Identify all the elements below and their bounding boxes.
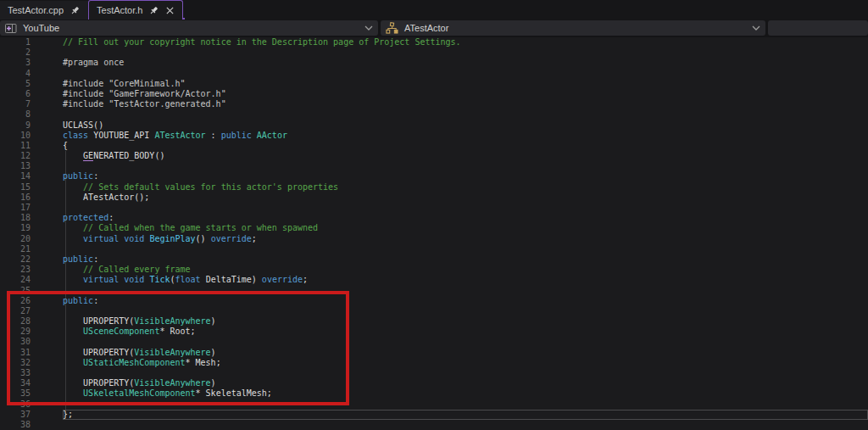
code-line[interactable]: 14public:: [0, 171, 868, 181]
code-line[interactable]: 19 // Called when the game starts or whe…: [0, 223, 868, 233]
code-line[interactable]: 1// Fill out your copyright notice in th…: [0, 37, 868, 47]
line-number[interactable]: 1: [0, 37, 31, 47]
code-line[interactable]: 30: [0, 337, 868, 347]
line-number[interactable]: 8: [0, 109, 31, 120]
code-line[interactable]: 31 UPROPERTY(VisibleAnywhere): [0, 348, 868, 358]
line-number[interactable]: 10: [0, 131, 31, 141]
code-line[interactable]: 11{: [0, 141, 868, 151]
line-number[interactable]: 11: [0, 141, 31, 151]
code-text: UPROPERTY(VisibleAnywhere): [63, 316, 868, 327]
code-text: // Called every frame: [63, 265, 868, 275]
code-text: GENERATED_BODY(): [63, 151, 868, 161]
code-line[interactable]: 23 // Called every frame: [0, 265, 868, 275]
line-number[interactable]: 27: [0, 306, 31, 316]
code-line[interactable]: 2: [0, 47, 868, 58]
line-number[interactable]: 32: [0, 358, 31, 368]
line-number[interactable]: 14: [0, 171, 31, 181]
code-line[interactable]: 25: [0, 286, 868, 296]
code-text: [63, 286, 868, 296]
line-number[interactable]: 3: [0, 58, 31, 68]
code-line[interactable]: 13: [0, 161, 868, 171]
tab-testactor-h[interactable]: TestActor.h: [88, 0, 183, 20]
code-line[interactable]: 6#include "GameFramework/Actor.h": [0, 89, 868, 99]
line-number[interactable]: 33: [0, 368, 31, 378]
line-number[interactable]: 7: [0, 99, 31, 109]
line-number[interactable]: 35: [0, 388, 31, 399]
code-line[interactable]: 3#pragma once: [0, 58, 868, 68]
code-line[interactable]: 20 virtual void BeginPlay() override;: [0, 234, 868, 244]
pin-icon[interactable]: [148, 5, 159, 16]
line-number[interactable]: 21: [0, 244, 31, 254]
line-number[interactable]: 2: [0, 47, 31, 58]
code-line[interactable]: 21: [0, 244, 868, 254]
line-number[interactable]: 4: [0, 69, 31, 79]
tab-label: TestActor.cpp: [8, 5, 64, 15]
line-number[interactable]: 12: [0, 151, 31, 161]
line-number[interactable]: 26: [0, 296, 31, 306]
tab-testactor-cpp[interactable]: TestActor.cpp: [0, 1, 88, 20]
line-number[interactable]: 31: [0, 348, 31, 358]
project-icon: [5, 23, 17, 34]
code-line[interactable]: 36: [0, 399, 868, 410]
scope-dropdown[interactable]: ATestActor: [381, 20, 765, 36]
project-dropdown[interactable]: YouTube: [0, 20, 378, 36]
line-number[interactable]: 13: [0, 161, 31, 171]
code-line[interactable]: 37};: [0, 410, 868, 420]
code-text: // Sets default values for this actor's …: [63, 182, 868, 193]
code-text: class YOUTUBE_API ATestActor : public AA…: [63, 131, 868, 141]
line-number[interactable]: 5: [0, 79, 31, 89]
code-line[interactable]: 24 virtual void Tick(float DeltaTime) ov…: [0, 275, 868, 285]
code-line[interactable]: 26public:: [0, 296, 868, 306]
line-number[interactable]: 15: [0, 182, 31, 193]
navigation-bar: YouTube ATestActor: [0, 20, 868, 37]
line-number[interactable]: 6: [0, 89, 31, 99]
code-line[interactable]: 18protected:: [0, 213, 868, 223]
code-line[interactable]: 27: [0, 306, 868, 316]
line-number[interactable]: 9: [0, 120, 31, 131]
code-line[interactable]: 12 GENERATED_BODY(): [0, 151, 868, 161]
code-text: public:: [63, 296, 868, 306]
close-icon[interactable]: [165, 6, 175, 15]
code-text: [63, 161, 868, 171]
line-number[interactable]: 19: [0, 223, 31, 233]
line-number[interactable]: 18: [0, 213, 31, 223]
member-dropdown[interactable]: [768, 20, 868, 36]
line-number[interactable]: 34: [0, 378, 31, 388]
code-line[interactable]: 33: [0, 368, 868, 378]
line-number[interactable]: 23: [0, 265, 31, 275]
code-line[interactable]: 38: [0, 420, 868, 430]
code-line[interactable]: 7#include "TestActor.generated.h": [0, 99, 868, 109]
code-line[interactable]: 5#include "CoreMinimal.h": [0, 79, 868, 89]
code-text: [63, 47, 868, 58]
code-line[interactable]: 32 UStaticMeshComponent* Mesh;: [0, 358, 868, 368]
line-number[interactable]: 17: [0, 203, 31, 213]
code-line[interactable]: 29 USceneComponent* Root;: [0, 327, 868, 337]
code-line[interactable]: 22public:: [0, 254, 868, 265]
tab-label: TestActor.h: [97, 5, 142, 15]
code-line[interactable]: 34 UPROPERTY(VisibleAnywhere): [0, 378, 868, 388]
line-number[interactable]: 22: [0, 254, 31, 265]
code-line[interactable]: 4: [0, 69, 868, 79]
line-number[interactable]: 38: [0, 420, 31, 430]
line-number[interactable]: 37: [0, 410, 31, 420]
line-number[interactable]: 28: [0, 316, 31, 327]
line-number[interactable]: 16: [0, 193, 31, 203]
chevron-down-icon[interactable]: [364, 25, 373, 31]
code-editor[interactable]: 1// Fill out your copyright notice in th…: [0, 37, 868, 430]
line-number[interactable]: 29: [0, 327, 31, 337]
line-number[interactable]: 20: [0, 234, 31, 244]
code-line[interactable]: 10class YOUTUBE_API ATestActor : public …: [0, 131, 868, 141]
code-line[interactable]: 17: [0, 203, 868, 213]
line-number[interactable]: 24: [0, 275, 31, 285]
code-line[interactable]: 15 // Sets default values for this actor…: [0, 182, 868, 193]
chevron-down-icon[interactable]: [752, 25, 760, 31]
pin-icon[interactable]: [70, 5, 81, 16]
line-number[interactable]: 25: [0, 286, 31, 296]
code-line[interactable]: 9UCLASS(): [0, 120, 868, 131]
line-number[interactable]: 30: [0, 337, 31, 347]
code-line[interactable]: 35 USkeletalMeshComponent* SkeletalMesh;: [0, 388, 868, 399]
code-line[interactable]: 16 ATestActor();: [0, 193, 868, 203]
code-line[interactable]: 8: [0, 109, 868, 120]
line-number[interactable]: 36: [0, 399, 31, 410]
code-line[interactable]: 28 UPROPERTY(VisibleAnywhere): [0, 316, 868, 327]
